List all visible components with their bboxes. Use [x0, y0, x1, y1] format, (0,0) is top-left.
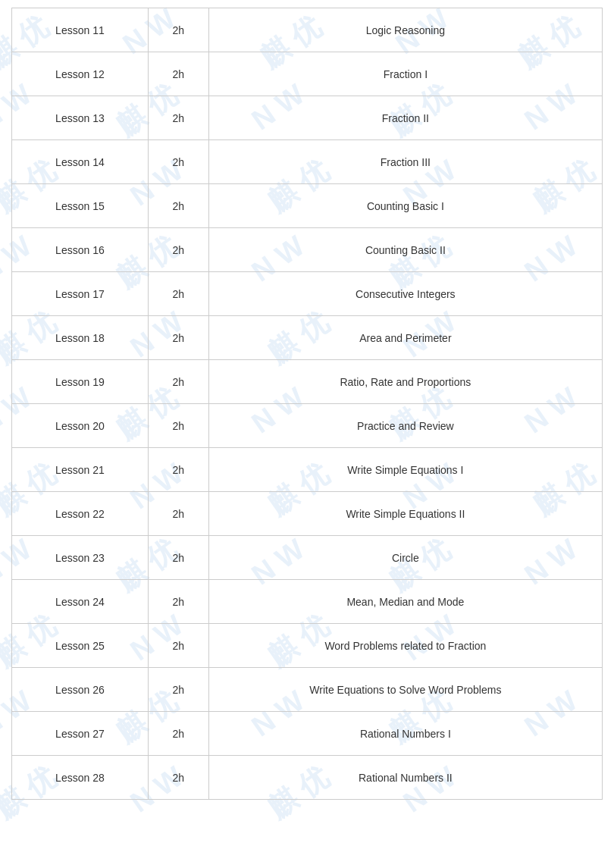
duration-cell: 2h — [148, 448, 208, 492]
table-row: Lesson 152hCounting Basic I — [12, 184, 603, 228]
lesson-cell: Lesson 26 — [12, 668, 149, 712]
duration-cell: 2h — [148, 756, 208, 800]
lesson-cell: Lesson 13 — [12, 96, 149, 140]
topic-cell: Write Simple Equations I — [208, 448, 602, 492]
lesson-cell: Lesson 28 — [12, 756, 149, 800]
duration-cell: 2h — [148, 580, 208, 624]
table-row: Lesson 192hRatio, Rate and Proportions — [12, 360, 603, 404]
table-row: Lesson 172hConsecutive Integers — [12, 272, 603, 316]
topic-cell: Circle — [208, 536, 602, 580]
table-row: Lesson 252hWord Problems related to Frac… — [12, 624, 603, 668]
lesson-cell: Lesson 11 — [12, 8, 149, 52]
duration-cell: 2h — [148, 712, 208, 756]
lessons-table: Lesson 112hLogic ReasoningLesson 122hFra… — [11, 8, 603, 800]
lesson-cell: Lesson 25 — [12, 624, 149, 668]
topic-cell: Word Problems related to Fraction — [208, 624, 602, 668]
topic-cell: Rational Numbers II — [208, 756, 602, 800]
duration-cell: 2h — [148, 52, 208, 96]
table-row: Lesson 142hFraction III — [12, 140, 603, 184]
duration-cell: 2h — [148, 668, 208, 712]
topic-cell: Fraction I — [208, 52, 602, 96]
duration-cell: 2h — [148, 228, 208, 272]
duration-cell: 2h — [148, 8, 208, 52]
lesson-cell: Lesson 20 — [12, 404, 149, 448]
lesson-cell: Lesson 16 — [12, 228, 149, 272]
lesson-cell: Lesson 22 — [12, 492, 149, 536]
lesson-cell: Lesson 17 — [12, 272, 149, 316]
duration-cell: 2h — [148, 404, 208, 448]
topic-cell: Fraction III — [208, 140, 602, 184]
table-row: Lesson 242hMean, Median and Mode — [12, 580, 603, 624]
table-row: Lesson 232hCircle — [12, 536, 603, 580]
lesson-cell: Lesson 24 — [12, 580, 149, 624]
topic-cell: Fraction II — [208, 96, 602, 140]
duration-cell: 2h — [148, 272, 208, 316]
table-row: Lesson 112hLogic Reasoning — [12, 8, 603, 52]
table-row: Lesson 272hRational Numbers I — [12, 712, 603, 756]
table-row: Lesson 202hPractice and Review — [12, 404, 603, 448]
lesson-cell: Lesson 18 — [12, 316, 149, 360]
duration-cell: 2h — [148, 360, 208, 404]
table-row: Lesson 282hRational Numbers II — [12, 756, 603, 800]
lesson-cell: Lesson 23 — [12, 536, 149, 580]
topic-cell: Consecutive Integers — [208, 272, 602, 316]
topic-cell: Area and Perimeter — [208, 316, 602, 360]
table-row: Lesson 132hFraction II — [12, 96, 603, 140]
lesson-cell: Lesson 14 — [12, 140, 149, 184]
lesson-cell: Lesson 21 — [12, 448, 149, 492]
duration-cell: 2h — [148, 184, 208, 228]
duration-cell: 2h — [148, 316, 208, 360]
topic-cell: Practice and Review — [208, 404, 602, 448]
lesson-cell: Lesson 27 — [12, 712, 149, 756]
topic-cell: Write Equations to Solve Word Problems — [208, 668, 602, 712]
topic-cell: Ratio, Rate and Proportions — [208, 360, 602, 404]
duration-cell: 2h — [148, 140, 208, 184]
table-row: Lesson 222hWrite Simple Equations II — [12, 492, 603, 536]
topic-cell: Mean, Median and Mode — [208, 580, 602, 624]
lesson-cell: Lesson 19 — [12, 360, 149, 404]
duration-cell: 2h — [148, 536, 208, 580]
table-row: Lesson 212hWrite Simple Equations I — [12, 448, 603, 492]
topic-cell: Write Simple Equations II — [208, 492, 602, 536]
duration-cell: 2h — [148, 492, 208, 536]
duration-cell: 2h — [148, 624, 208, 668]
table-row: Lesson 122hFraction I — [12, 52, 603, 96]
lesson-cell: Lesson 12 — [12, 52, 149, 96]
duration-cell: 2h — [148, 96, 208, 140]
topic-cell: Rational Numbers I — [208, 712, 602, 756]
lesson-cell: Lesson 15 — [12, 184, 149, 228]
topic-cell: Counting Basic II — [208, 228, 602, 272]
topic-cell: Logic Reasoning — [208, 8, 602, 52]
table-row: Lesson 262hWrite Equations to Solve Word… — [12, 668, 603, 712]
topic-cell: Counting Basic I — [208, 184, 602, 228]
table-row: Lesson 162hCounting Basic II — [12, 228, 603, 272]
table-row: Lesson 182hArea and Perimeter — [12, 316, 603, 360]
